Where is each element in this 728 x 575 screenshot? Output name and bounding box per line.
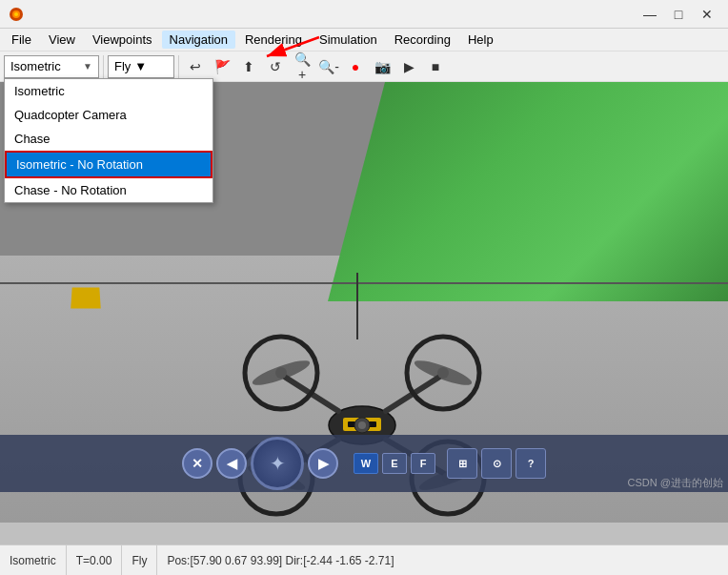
drone-tether-line <box>356 273 358 339</box>
close-button[interactable]: ✕ <box>694 4 720 25</box>
right-ctrl-button[interactable]: ▶ <box>308 448 338 479</box>
camera-dropdown-label: Isometric <box>10 59 61 73</box>
separator-1 <box>103 55 104 78</box>
drone-model <box>229 330 495 521</box>
toolbar: Isometric ▼ Isometric Quadcopter Camera … <box>0 51 728 82</box>
status-time: T=0.00 <box>67 545 123 575</box>
separator-2 <box>178 55 179 78</box>
option-chase-no-rotation[interactable]: Chase - No Rotation <box>5 178 212 202</box>
rotate-button[interactable]: ↺ <box>263 54 288 79</box>
e-key-button[interactable]: E <box>382 453 407 474</box>
stop-button[interactable]: ■ <box>423 54 448 79</box>
fly-chevron-icon: ▼ <box>134 59 147 73</box>
menu-rendering[interactable]: Rendering <box>237 31 310 49</box>
svg-point-2 <box>14 12 18 16</box>
title-controls: — □ ✕ <box>637 4 720 25</box>
scene-object <box>71 288 101 309</box>
record-button[interactable]: ● <box>343 54 368 79</box>
chevron-down-icon: ▼ <box>83 61 92 72</box>
svg-point-22 <box>275 367 287 379</box>
drone-svg <box>229 330 495 521</box>
fly-dropdown[interactable]: Fly ▼ <box>108 55 174 78</box>
option-isometric-no-rotation[interactable]: Isometric - No Rotation <box>5 151 212 178</box>
watermark: CSDN @进击的创始 <box>628 476 723 490</box>
camera-dropdown-btn[interactable]: Isometric ▼ <box>4 55 99 78</box>
zoom-in-button[interactable]: 🔍+ <box>290 54 314 79</box>
w-key-button[interactable]: W <box>354 453 378 474</box>
left-ctrl-button[interactable]: ◀ <box>216 448 247 479</box>
f-key-button[interactable]: F <box>411 453 435 474</box>
move-button[interactable]: ⬆ <box>236 54 261 79</box>
option-isometric[interactable]: Isometric <box>5 79 212 103</box>
bottom-panel: ✕ ◀ ▶ W E F ⊞ ⊙ ? <box>0 435 728 492</box>
fly-dropdown-label: Fly <box>114 59 131 73</box>
menu-help[interactable]: Help <box>460 31 501 49</box>
reset-view-button[interactable]: ↩ <box>183 54 208 79</box>
svg-point-21 <box>358 421 366 429</box>
camera-dropdown-menu: Isometric Quadcopter Camera Chase Isomet… <box>4 78 213 203</box>
play-button[interactable]: ▶ <box>396 54 421 79</box>
green-terrain <box>328 82 728 301</box>
status-position: Pos:[57.90 0.67 93.99] Dir:[-2.44 -1.65 … <box>157 545 403 575</box>
option-quadcopter[interactable]: Quadcopter Camera <box>5 103 212 127</box>
close-ctrl-button[interactable]: ✕ <box>182 448 212 479</box>
menu-bar: File View Viewpoints Navigation Renderin… <box>0 29 728 51</box>
maximize-button[interactable]: □ <box>665 4 692 25</box>
menu-navigation[interactable]: Navigation <box>162 31 235 49</box>
zoom-out-button[interactable]: 🔍- <box>316 54 341 79</box>
horizon-line <box>0 282 728 284</box>
title-left <box>8 6 30 23</box>
screenshot-button[interactable]: 📷 <box>370 54 394 79</box>
menu-viewpoints[interactable]: Viewpoints <box>85 31 160 49</box>
minimize-button[interactable]: — <box>637 4 663 25</box>
bookmark-button[interactable]: 🚩 <box>210 54 234 79</box>
status-navigation: Fly <box>122 545 157 575</box>
menu-view[interactable]: View <box>41 31 83 49</box>
svg-point-23 <box>437 367 449 379</box>
help-ctrl-button[interactable]: ? <box>516 448 546 479</box>
status-bar: Isometric T=0.00 Fly Pos:[57.90 0.67 93.… <box>0 544 728 575</box>
status-mode: Isometric <box>0 545 67 575</box>
fly-dropdown-btn[interactable]: Fly ▼ <box>108 55 174 78</box>
grid-button[interactable]: ⊞ <box>447 448 477 479</box>
camera-dropdown[interactable]: Isometric ▼ Isometric Quadcopter Camera … <box>4 55 99 78</box>
menu-simulation[interactable]: Simulation <box>312 31 385 49</box>
option-chase[interactable]: Chase <box>5 127 212 151</box>
settings-ctrl-button[interactable]: ⊙ <box>481 448 512 479</box>
title-bar: — □ ✕ <box>0 0 728 29</box>
menu-file[interactable]: File <box>4 31 39 49</box>
nav-joystick[interactable] <box>251 437 304 490</box>
menu-recording[interactable]: Recording <box>387 31 458 49</box>
app-icon <box>8 6 25 23</box>
